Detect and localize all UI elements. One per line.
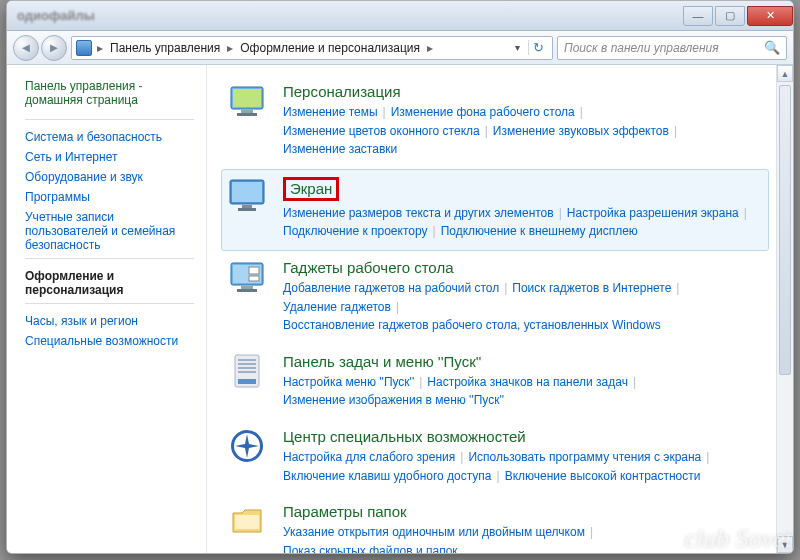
control-panel-window: одиофайлы — ▢ ✕ ◄ ► ▸ Панель управления …	[6, 0, 794, 554]
sidebar: Панель управления - домашняя страница Си…	[7, 65, 207, 553]
task-link[interactable]: Изменение цветов оконного стекла	[283, 124, 480, 138]
task-link[interactable]: Настройка значков на панели задач	[427, 375, 628, 389]
category-links: Указание открытия одиночным или двойным …	[283, 523, 765, 553]
forward-button[interactable]: ►	[41, 35, 67, 61]
breadcrumb[interactable]: Оформление и персонализация	[238, 41, 422, 55]
category-title[interactable]: Экран	[283, 177, 339, 201]
link-separator: |	[499, 281, 512, 295]
task-link[interactable]: Поиск гаджетов в Интернете	[512, 281, 671, 295]
maximize-button[interactable]: ▢	[715, 6, 745, 26]
task-link[interactable]: Изменение размеров текста и других элеме…	[283, 206, 554, 220]
category: Параметры папокУказание открытия одиночн…	[221, 495, 769, 553]
personalization-icon	[225, 81, 269, 121]
link-separator: |	[669, 124, 682, 138]
task-link[interactable]: Подключение к проектору	[283, 224, 428, 238]
task-link[interactable]: Настройка для слабого зрения	[283, 450, 455, 464]
category: Гаджеты рабочего столаДобавление гаджето…	[221, 251, 769, 345]
task-link[interactable]: Включение клавиш удобного доступа	[283, 469, 492, 483]
window-title: одиофайлы	[17, 8, 95, 23]
category: Панель задач и меню ''Пуск''Настройка ме…	[221, 345, 769, 420]
task-link[interactable]: Добавление гаджетов на рабочий стол	[283, 281, 499, 295]
breadcrumb[interactable]: Панель управления	[108, 41, 222, 55]
task-link[interactable]: Удаление гаджетов	[283, 300, 391, 314]
search-placeholder: Поиск в панели управления	[564, 41, 719, 55]
scroll-up-icon[interactable]: ▲	[777, 65, 793, 82]
category-links: Настройка меню ''Пуск''|Настройка значко…	[283, 373, 765, 410]
minimize-button[interactable]: —	[683, 6, 713, 26]
task-link[interactable]: Включение высокой контрастности	[505, 469, 701, 483]
category-links: Изменение размеров текста и других элеме…	[283, 204, 765, 241]
category-body: Панель задач и меню ''Пуск''Настройка ме…	[283, 351, 765, 410]
link-separator: |	[628, 375, 641, 389]
sidebar-item[interactable]: Оформление и персонализация	[25, 269, 194, 297]
main-panel: ПерсонализацияИзменение темы|Изменение ф…	[207, 65, 793, 553]
sidebar-item[interactable]: Учетные записи пользователей и семейная …	[25, 210, 194, 252]
task-link[interactable]: Изменение заставки	[283, 142, 397, 156]
task-link[interactable]: Изменение фона рабочего стола	[391, 105, 575, 119]
gadgets-icon	[225, 257, 269, 297]
category-body: Параметры папокУказание открытия одиночн…	[283, 501, 765, 553]
task-link[interactable]: Настройка меню ''Пуск''	[283, 375, 414, 389]
category-body: ПерсонализацияИзменение темы|Изменение ф…	[283, 81, 765, 159]
category-title[interactable]: Центр специальных возможностей	[283, 428, 526, 445]
sidebar-item[interactable]: Специальные возможности	[25, 334, 194, 348]
category: ПерсонализацияИзменение темы|Изменение ф…	[221, 75, 769, 169]
link-separator: |	[554, 206, 567, 220]
task-link[interactable]: Изменение темы	[283, 105, 378, 119]
link-separator: |	[585, 525, 598, 539]
link-separator: |	[671, 281, 684, 295]
category-body: ЭкранИзменение размеров текста и других …	[283, 175, 765, 241]
task-link[interactable]: Изменение изображения в меню ''Пуск''	[283, 393, 504, 407]
sidebar-item[interactable]: Оборудование и звук	[25, 170, 194, 184]
task-link[interactable]: Подключение к внешнему дисплею	[441, 224, 638, 238]
ease-icon	[225, 426, 269, 466]
search-icon: 🔍	[764, 40, 780, 55]
category-links: Настройка для слабого зрения|Использоват…	[283, 448, 765, 485]
category-title[interactable]: Гаджеты рабочего стола	[283, 259, 453, 276]
task-link[interactable]: Указание открытия одиночным или двойным …	[283, 525, 585, 539]
folders-icon	[225, 501, 269, 541]
category: ЭкранИзменение размеров текста и других …	[221, 169, 769, 251]
sidebar-item[interactable]: Система и безопасность	[25, 130, 194, 144]
sidebar-item[interactable]: Программы	[25, 190, 194, 204]
sidebar-item[interactable]: Часы, язык и регион	[25, 314, 194, 328]
link-separator: |	[492, 469, 505, 483]
sidebar-item[interactable]: Сеть и Интернет	[25, 150, 194, 164]
category-title[interactable]: Персонализация	[283, 83, 401, 100]
link-separator: |	[455, 450, 468, 464]
task-link[interactable]: Показ скрытых файлов и папок	[283, 544, 458, 553]
address-bar[interactable]: ▸ Панель управления ▸ Оформление и персо…	[71, 36, 553, 60]
taskbar-icon	[225, 351, 269, 391]
divider	[25, 258, 194, 259]
task-link[interactable]: Изменение звуковых эффектов	[493, 124, 669, 138]
refresh-icon[interactable]: ↻	[528, 40, 548, 55]
task-link[interactable]: Восстановление гаджетов рабочего стола, …	[283, 318, 661, 332]
link-separator: |	[414, 375, 427, 389]
close-button[interactable]: ✕	[747, 6, 793, 26]
divider	[25, 119, 194, 120]
titlebar: одиофайлы — ▢ ✕	[7, 1, 793, 31]
task-link[interactable]: Использовать программу чтения с экрана	[468, 450, 701, 464]
navbar: ◄ ► ▸ Панель управления ▸ Оформление и п…	[7, 31, 793, 65]
search-input[interactable]: Поиск в панели управления 🔍	[557, 36, 787, 60]
category: Центр специальных возможностейНастройка …	[221, 420, 769, 495]
scroll-down-icon[interactable]: ▼	[777, 536, 793, 553]
link-separator: |	[739, 206, 752, 220]
divider	[25, 303, 194, 304]
task-link[interactable]: Настройка разрешения экрана	[567, 206, 739, 220]
scroll-thumb[interactable]	[779, 85, 791, 375]
link-separator: |	[575, 105, 588, 119]
chevron-right-icon: ▸	[94, 41, 106, 55]
control-panel-icon	[76, 40, 92, 56]
chevron-down-icon[interactable]: ▾	[511, 42, 524, 53]
content-area: Панель управления - домашняя страница Си…	[7, 65, 793, 553]
nav-buttons: ◄ ►	[13, 35, 67, 61]
link-separator: |	[428, 224, 441, 238]
sidebar-home-link[interactable]: Панель управления - домашняя страница	[25, 79, 194, 107]
category-title[interactable]: Параметры папок	[283, 503, 407, 520]
back-button[interactable]: ◄	[13, 35, 39, 61]
link-separator: |	[378, 105, 391, 119]
category-title[interactable]: Панель задач и меню ''Пуск''	[283, 353, 482, 370]
scrollbar[interactable]: ▲ ▼	[776, 65, 793, 553]
link-separator: |	[701, 450, 714, 464]
